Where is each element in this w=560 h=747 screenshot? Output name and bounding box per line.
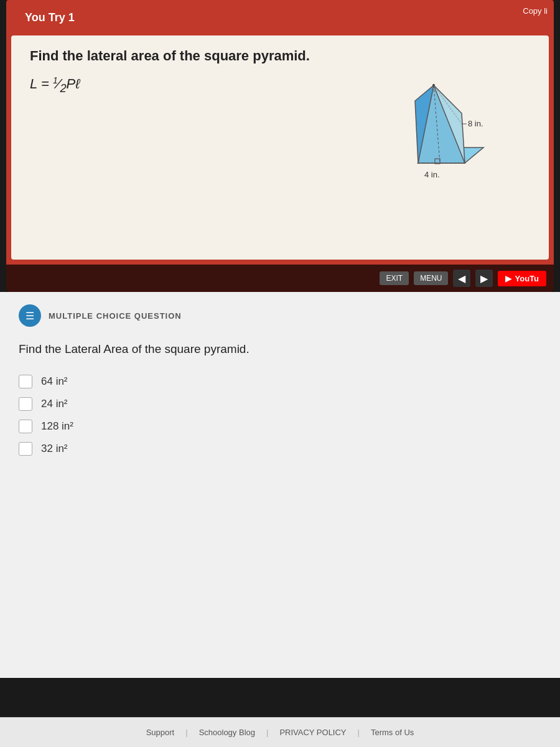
copy-link-label: Copy li bbox=[523, 6, 548, 16]
choice-checkbox-c[interactable] bbox=[19, 420, 32, 433]
youtube-button[interactable]: ▶ YouTu bbox=[498, 271, 546, 286]
main-content: ☰ MULTIPLE CHOICE QUESTION Find the Late… bbox=[0, 292, 560, 678]
footer-sep-1: | bbox=[185, 728, 187, 737]
copy-link-button[interactable]: Copy li bbox=[523, 6, 548, 16]
choice-checkbox-b[interactable] bbox=[19, 397, 32, 411]
choice-label-b: 24 in² bbox=[41, 398, 68, 410]
choice-checkbox-d[interactable] bbox=[19, 442, 32, 456]
controls-bar: EXIT MENU ◀ ▶ ▶ YouTu bbox=[6, 265, 554, 292]
video-container: You Try 1 Copy li Find the lateral area … bbox=[0, 0, 560, 292]
footer-privacy-link[interactable]: PRIVACY POLICY bbox=[279, 728, 346, 737]
question-text: Find the Lateral Area of the square pyra… bbox=[19, 342, 541, 356]
question-icon: ☰ bbox=[19, 304, 41, 327]
footer-support-link[interactable]: Support bbox=[146, 728, 175, 737]
choices-list: 64 in² 24 in² 128 in² 32 in² bbox=[19, 375, 541, 456]
footer-blog-link[interactable]: Schoology Blog bbox=[199, 728, 255, 737]
question-type-label: MULTIPLE CHOICE QUESTION bbox=[49, 311, 182, 321]
footer: Support | Schoology Blog | PRIVACY POLIC… bbox=[0, 717, 560, 747]
list-icon: ☰ bbox=[26, 310, 34, 322]
youtube-label: YouTu bbox=[515, 274, 539, 283]
page-wrapper: You Try 1 Copy li Find the lateral area … bbox=[0, 0, 560, 747]
exit-button[interactable]: EXIT bbox=[380, 271, 409, 285]
menu-button[interactable]: MENU bbox=[414, 271, 448, 285]
choice-checkbox-a[interactable] bbox=[19, 375, 32, 388]
choice-item-a[interactable]: 64 in² bbox=[19, 375, 541, 388]
you-try-banner: You Try 1 bbox=[12, 6, 87, 29]
pyramid-svg: 8 in. 4 in. bbox=[375, 73, 499, 185]
lesson-title: Find the lateral area of the square pyra… bbox=[30, 48, 530, 64]
choice-label-d: 32 in² bbox=[41, 443, 68, 455]
choice-item-b[interactable]: 24 in² bbox=[19, 397, 541, 411]
you-try-label: You Try 1 bbox=[25, 11, 75, 24]
pyramid-diagram: 8 in. 4 in. bbox=[375, 73, 499, 185]
svg-text:4 in.: 4 in. bbox=[424, 170, 440, 179]
next-button[interactable]: ▶ bbox=[475, 270, 493, 287]
choice-item-d[interactable]: 32 in² bbox=[19, 442, 541, 456]
choice-item-c[interactable]: 128 in² bbox=[19, 420, 541, 433]
choice-label-c: 128 in² bbox=[41, 420, 73, 433]
footer-sep-3: | bbox=[358, 728, 360, 737]
prev-button[interactable]: ◀ bbox=[453, 270, 470, 287]
footer-sep-2: | bbox=[266, 728, 268, 737]
lesson-content: Find the lateral area of the square pyra… bbox=[11, 35, 549, 260]
svg-text:8 in.: 8 in. bbox=[468, 119, 483, 128]
youtube-play-icon: ▶ bbox=[505, 274, 511, 283]
lesson-card: You Try 1 Copy li Find the lateral area … bbox=[6, 0, 554, 292]
question-header: ☰ MULTIPLE CHOICE QUESTION bbox=[19, 304, 541, 327]
footer-terms-link[interactable]: Terms of Us bbox=[371, 728, 414, 737]
choice-label-a: 64 in² bbox=[41, 375, 68, 388]
